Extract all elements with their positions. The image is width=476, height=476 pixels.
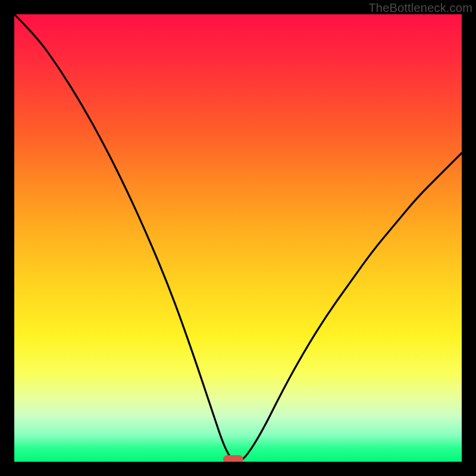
watermark-text: TheBottleneck.com [368, 1, 472, 15]
bottleneck-curve [14, 14, 462, 462]
plot-area [14, 14, 462, 462]
optimum-marker [223, 455, 243, 462]
chart-frame: TheBottleneck.com [0, 0, 476, 476]
